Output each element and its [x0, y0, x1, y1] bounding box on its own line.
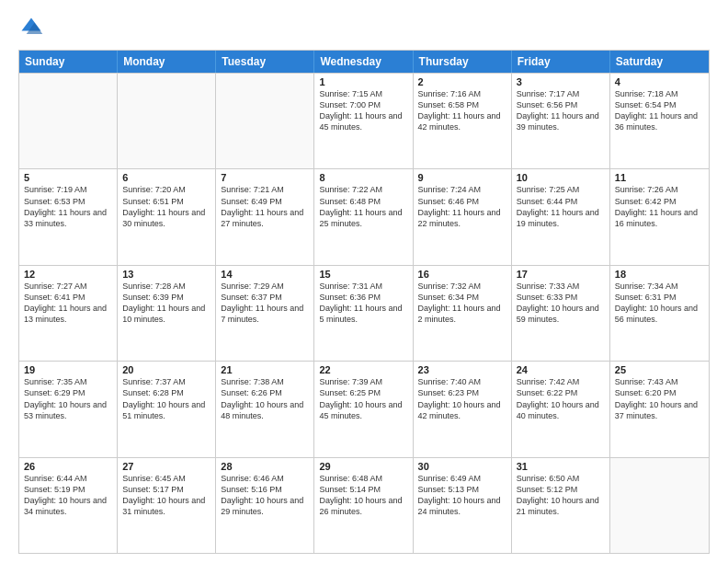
week-row-0: 1Sunrise: 7:15 AM Sunset: 7:00 PM Daylig… — [19, 73, 709, 168]
header-day-sunday: Sunday — [19, 51, 118, 73]
day-number: 26 — [24, 461, 112, 472]
cell-info: Sunrise: 6:50 AM Sunset: 5:12 PM Dayligh… — [517, 473, 605, 518]
day-cell-20: 20Sunrise: 7:37 AM Sunset: 6:28 PM Dayli… — [118, 362, 216, 456]
day-cell-2: 2Sunrise: 7:16 AM Sunset: 6:58 PM Daylig… — [414, 74, 512, 168]
cell-info: Sunrise: 7:34 AM Sunset: 6:31 PM Dayligh… — [615, 281, 704, 326]
day-number: 3 — [517, 76, 605, 87]
day-number: 11 — [615, 172, 704, 183]
cell-info: Sunrise: 7:32 AM Sunset: 6:34 PM Dayligh… — [418, 281, 506, 326]
day-number: 15 — [319, 269, 407, 280]
day-number: 8 — [319, 172, 407, 183]
header — [18, 15, 710, 40]
header-day-wednesday: Wednesday — [314, 51, 413, 73]
header-day-monday: Monday — [118, 51, 216, 73]
day-number: 30 — [418, 461, 506, 472]
cell-info: Sunrise: 6:45 AM Sunset: 5:17 PM Dayligh… — [122, 473, 210, 518]
day-cell-31: 31Sunrise: 6:50 AM Sunset: 5:12 PM Dayli… — [512, 458, 610, 553]
day-cell-9: 9Sunrise: 7:24 AM Sunset: 6:46 PM Daylig… — [414, 169, 512, 264]
cell-info: Sunrise: 7:37 AM Sunset: 6:28 PM Dayligh… — [122, 376, 210, 421]
cell-info: Sunrise: 7:27 AM Sunset: 6:41 PM Dayligh… — [24, 281, 112, 326]
day-number: 9 — [418, 172, 506, 183]
week-row-2: 12Sunrise: 7:27 AM Sunset: 6:41 PM Dayli… — [19, 265, 709, 361]
cell-info: Sunrise: 7:22 AM Sunset: 6:48 PM Dayligh… — [319, 184, 407, 229]
day-cell-10: 10Sunrise: 7:25 AM Sunset: 6:44 PM Dayli… — [512, 169, 610, 264]
cell-info: Sunrise: 7:28 AM Sunset: 6:39 PM Dayligh… — [122, 281, 210, 326]
day-number: 24 — [517, 364, 605, 375]
day-number: 22 — [319, 364, 407, 375]
empty-cell — [610, 458, 709, 553]
cell-info: Sunrise: 7:40 AM Sunset: 6:23 PM Dayligh… — [418, 376, 506, 421]
week-row-4: 26Sunrise: 6:44 AM Sunset: 5:19 PM Dayli… — [19, 457, 709, 553]
header-day-tuesday: Tuesday — [216, 51, 314, 73]
day-number: 12 — [24, 269, 112, 280]
day-cell-24: 24Sunrise: 7:42 AM Sunset: 6:22 PM Dayli… — [512, 362, 610, 456]
day-cell-7: 7Sunrise: 7:21 AM Sunset: 6:49 PM Daylig… — [216, 169, 314, 264]
day-cell-11: 11Sunrise: 7:26 AM Sunset: 6:42 PM Dayli… — [610, 169, 709, 264]
day-cell-18: 18Sunrise: 7:34 AM Sunset: 6:31 PM Dayli… — [610, 266, 709, 361]
cell-info: Sunrise: 7:24 AM Sunset: 6:46 PM Dayligh… — [418, 184, 506, 229]
day-number: 1 — [319, 76, 407, 87]
cell-info: Sunrise: 6:46 AM Sunset: 5:16 PM Dayligh… — [221, 473, 309, 518]
cell-info: Sunrise: 6:44 AM Sunset: 5:19 PM Dayligh… — [24, 473, 112, 518]
day-cell-19: 19Sunrise: 7:35 AM Sunset: 6:29 PM Dayli… — [19, 362, 118, 456]
cell-info: Sunrise: 7:31 AM Sunset: 6:36 PM Dayligh… — [319, 281, 407, 326]
cell-info: Sunrise: 7:26 AM Sunset: 6:42 PM Dayligh… — [615, 184, 704, 229]
calendar-body: 1Sunrise: 7:15 AM Sunset: 7:00 PM Daylig… — [19, 73, 709, 553]
cell-info: Sunrise: 7:21 AM Sunset: 6:49 PM Dayligh… — [221, 184, 309, 229]
day-cell-8: 8Sunrise: 7:22 AM Sunset: 6:48 PM Daylig… — [314, 169, 413, 264]
day-number: 5 — [24, 172, 112, 183]
day-number: 25 — [615, 364, 704, 375]
page: SundayMondayTuesdayWednesdayThursdayFrid… — [0, 0, 728, 563]
week-row-3: 19Sunrise: 7:35 AM Sunset: 6:29 PM Dayli… — [19, 361, 709, 456]
cell-info: Sunrise: 6:49 AM Sunset: 5:13 PM Dayligh… — [418, 473, 506, 518]
empty-cell — [19, 74, 118, 168]
day-number: 4 — [615, 76, 704, 87]
cell-info: Sunrise: 7:25 AM Sunset: 6:44 PM Dayligh… — [517, 184, 605, 229]
cell-info: Sunrise: 7:38 AM Sunset: 6:26 PM Dayligh… — [221, 376, 309, 421]
day-cell-1: 1Sunrise: 7:15 AM Sunset: 7:00 PM Daylig… — [314, 74, 413, 168]
day-number: 10 — [517, 172, 605, 183]
day-cell-16: 16Sunrise: 7:32 AM Sunset: 6:34 PM Dayli… — [414, 266, 512, 361]
cell-info: Sunrise: 7:39 AM Sunset: 6:25 PM Dayligh… — [319, 376, 407, 421]
cell-info: Sunrise: 6:48 AM Sunset: 5:14 PM Dayligh… — [319, 473, 407, 518]
day-number: 16 — [418, 269, 506, 280]
day-cell-30: 30Sunrise: 6:49 AM Sunset: 5:13 PM Dayli… — [414, 458, 512, 553]
cell-info: Sunrise: 7:15 AM Sunset: 7:00 PM Dayligh… — [319, 88, 407, 133]
day-number: 29 — [319, 461, 407, 472]
day-cell-21: 21Sunrise: 7:38 AM Sunset: 6:26 PM Dayli… — [216, 362, 314, 456]
cell-info: Sunrise: 7:35 AM Sunset: 6:29 PM Dayligh… — [24, 376, 112, 421]
day-cell-5: 5Sunrise: 7:19 AM Sunset: 6:53 PM Daylig… — [19, 169, 118, 264]
cell-info: Sunrise: 7:17 AM Sunset: 6:56 PM Dayligh… — [517, 88, 605, 133]
day-number: 7 — [221, 172, 309, 183]
cell-info: Sunrise: 7:20 AM Sunset: 6:51 PM Dayligh… — [122, 184, 210, 229]
day-cell-12: 12Sunrise: 7:27 AM Sunset: 6:41 PM Dayli… — [19, 266, 118, 361]
day-cell-14: 14Sunrise: 7:29 AM Sunset: 6:37 PM Dayli… — [216, 266, 314, 361]
calendar: SundayMondayTuesdayWednesdayThursdayFrid… — [18, 50, 710, 554]
cell-info: Sunrise: 7:16 AM Sunset: 6:58 PM Dayligh… — [418, 88, 506, 133]
day-cell-29: 29Sunrise: 6:48 AM Sunset: 5:14 PM Dayli… — [314, 458, 413, 553]
cell-info: Sunrise: 7:18 AM Sunset: 6:54 PM Dayligh… — [615, 88, 704, 133]
logo — [18, 15, 48, 40]
week-row-1: 5Sunrise: 7:19 AM Sunset: 6:53 PM Daylig… — [19, 168, 709, 264]
day-cell-26: 26Sunrise: 6:44 AM Sunset: 5:19 PM Dayli… — [19, 458, 118, 553]
day-number: 20 — [122, 364, 210, 375]
cell-info: Sunrise: 7:42 AM Sunset: 6:22 PM Dayligh… — [517, 376, 605, 421]
logo-icon — [18, 15, 44, 40]
day-cell-23: 23Sunrise: 7:40 AM Sunset: 6:23 PM Dayli… — [414, 362, 512, 456]
day-number: 23 — [418, 364, 506, 375]
day-cell-25: 25Sunrise: 7:43 AM Sunset: 6:20 PM Dayli… — [610, 362, 709, 456]
day-cell-6: 6Sunrise: 7:20 AM Sunset: 6:51 PM Daylig… — [118, 169, 216, 264]
day-number: 6 — [122, 172, 210, 183]
calendar-header: SundayMondayTuesdayWednesdayThursdayFrid… — [19, 51, 709, 73]
day-cell-4: 4Sunrise: 7:18 AM Sunset: 6:54 PM Daylig… — [610, 74, 709, 168]
day-number: 18 — [615, 269, 704, 280]
day-number: 21 — [221, 364, 309, 375]
header-day-saturday: Saturday — [610, 51, 709, 73]
day-cell-17: 17Sunrise: 7:33 AM Sunset: 6:33 PM Dayli… — [512, 266, 610, 361]
day-number: 13 — [122, 269, 210, 280]
day-cell-28: 28Sunrise: 6:46 AM Sunset: 5:16 PM Dayli… — [216, 458, 314, 553]
cell-info: Sunrise: 7:29 AM Sunset: 6:37 PM Dayligh… — [221, 281, 309, 326]
day-cell-15: 15Sunrise: 7:31 AM Sunset: 6:36 PM Dayli… — [314, 266, 413, 361]
header-day-friday: Friday — [512, 51, 610, 73]
day-number: 2 — [418, 76, 506, 87]
